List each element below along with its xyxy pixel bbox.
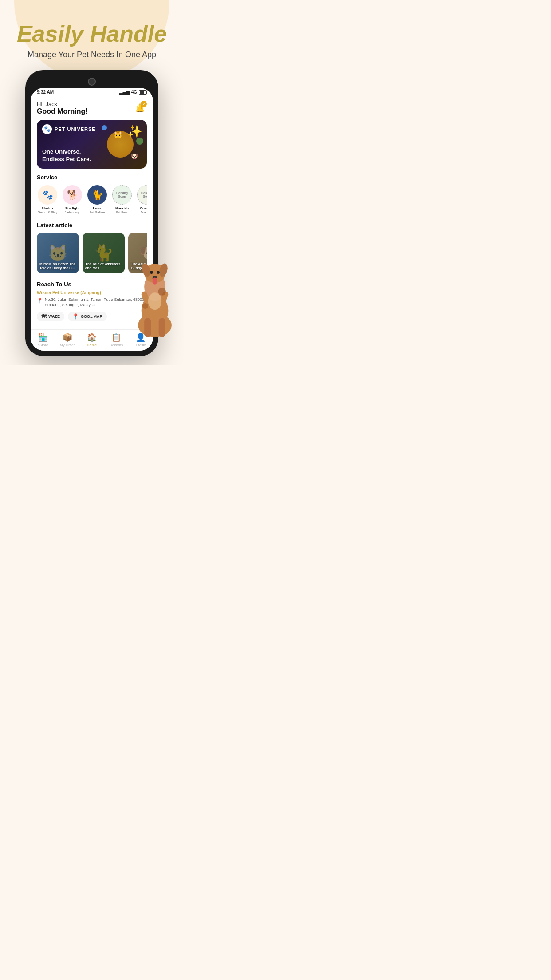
hero-subtitle: Manage Your Pet Needs In One App	[11, 50, 173, 59]
service-icon-starlight: 🐕	[63, 185, 82, 205]
estore-icon: 🏪	[38, 332, 48, 342]
notification-badge: 2	[141, 101, 147, 107]
greeting-row: Hi, Jack Good Morning! 🔔 2	[37, 101, 147, 115]
hero-title: Easily Handle	[11, 21, 173, 47]
service-item-luna[interactable]: 🐈 Luna Pet Gallery	[87, 185, 108, 214]
svg-point-9	[153, 278, 157, 285]
article-title-1: Miracle on Paws: The Tale of Lucky the C…	[39, 262, 76, 270]
phone-container: 9:32 AM ▂▄▆ 4G Hi, Jack	[0, 70, 184, 365]
waze-icon: 🗺	[41, 313, 47, 320]
status-icons: ▂▄▆ 4G	[119, 90, 147, 95]
time: 9:32 AM	[37, 90, 54, 95]
service-item-nourish[interactable]: ComingSoon Nourish Pet Food	[111, 185, 133, 214]
services-row: 🐾 Starlux Groom & Stay 🐕 Starlight Veter…	[37, 185, 147, 216]
services-section-title: Service	[37, 174, 147, 181]
nav-item-records[interactable]: 📋 Records	[105, 332, 127, 347]
hero-section: Easily Handle Manage Your Pet Needs In O…	[0, 0, 184, 70]
svg-point-16	[142, 303, 148, 309]
nav-item-home[interactable]: 🏠 Home	[81, 332, 103, 347]
camera-notch	[88, 78, 96, 86]
article-title-2: The Tale of Whiskers and Max	[85, 262, 122, 270]
svg-rect-12	[144, 318, 151, 337]
banner-logo-icon: 🐾	[42, 124, 52, 134]
google-maps-icon: 📍	[72, 313, 79, 320]
svg-point-7	[157, 271, 160, 274]
banner-astronaut-cat: 🐱	[114, 131, 122, 139]
nav-label-home: Home	[87, 343, 97, 347]
battery-icon	[139, 90, 147, 95]
service-name-nourish: Nourish	[115, 206, 129, 211]
article-card-1[interactable]: 🐱 Miracle on Paws: The Tale of Lucky the…	[37, 233, 79, 273]
myorder-icon: 📦	[63, 332, 72, 342]
service-icon-luna: 🐈	[87, 185, 107, 205]
nav-item-estore[interactable]: 🏪 eStore	[32, 332, 54, 347]
service-sub-starlight: Veterinary	[65, 211, 79, 214]
svg-point-6	[150, 271, 153, 274]
nav-label-records: Records	[110, 343, 123, 347]
service-sub-luna: Pet Gallery	[90, 211, 105, 214]
waze-label: WAZE	[48, 314, 60, 319]
service-sub-cosmos: Academy	[140, 211, 147, 214]
nav-label-myorder: My Order	[60, 343, 75, 347]
signal-icon: ▂▄▆	[119, 90, 130, 95]
google-maps-label: GOO...MAP	[81, 314, 102, 319]
phone-notch	[31, 75, 153, 88]
svg-point-14	[148, 292, 161, 310]
location-pin-icon: 📍	[37, 297, 43, 304]
nav-label-estore: eStore	[38, 343, 48, 347]
service-item-starlux[interactable]: 🐾 Starlux Groom & Stay	[37, 185, 58, 214]
service-item-starlight[interactable]: 🐕 Starlight Veterinary	[62, 185, 83, 214]
banner-logo-text: PET UNIVERSE	[55, 126, 96, 132]
waze-button[interactable]: 🗺 WAZE	[37, 312, 64, 321]
service-sub-nourish: Pet Food	[116, 211, 128, 214]
network-type: 4G	[131, 90, 137, 95]
banner-astronaut-dog: 🐶	[130, 153, 138, 160]
home-icon: 🏠	[87, 332, 97, 342]
svg-point-15	[158, 288, 166, 295]
service-icon-cosmos: ComingSoon	[137, 185, 147, 205]
banner-tagline: One Universe, Endless Pet Care.	[42, 148, 91, 163]
article-card-2[interactable]: 🐈 The Tale of Whiskers and Max	[83, 233, 125, 273]
service-icon-nourish: ComingSoon	[112, 185, 132, 205]
service-name-cosmos: Cosmos	[140, 206, 147, 211]
service-name-starlight: Starlight	[65, 206, 79, 211]
greeting-hi: Hi, Jack	[37, 101, 88, 107]
nav-item-myorder[interactable]: 📦 My Order	[56, 332, 79, 347]
planet-decoration-2	[136, 138, 143, 145]
status-bar: 9:32 AM ▂▄▆ 4G	[31, 88, 153, 96]
planet-decoration-1	[102, 125, 107, 130]
service-name-starlux: Starlux	[41, 206, 53, 211]
notification-bell-button[interactable]: 🔔 2	[133, 101, 147, 115]
articles-section-title: Latest article	[37, 222, 147, 229]
service-item-cosmos[interactable]: ComingSoon Cosmos Academy	[136, 185, 147, 214]
google-maps-button[interactable]: 📍 GOO...MAP	[68, 312, 107, 321]
greeting-text: Hi, Jack Good Morning!	[37, 101, 88, 115]
svg-rect-13	[159, 318, 165, 337]
service-icon-starlux: 🐾	[38, 185, 57, 205]
dog-decoration	[126, 243, 184, 347]
banner-logo: 🐾 PET UNIVERSE	[42, 124, 96, 134]
service-name-luna: Luna	[93, 206, 101, 211]
promo-banner[interactable]: 🐾 PET UNIVERSE One Universe, Endless Pet…	[37, 120, 147, 169]
greeting-morning: Good Morning!	[37, 107, 88, 115]
records-icon: 📋	[111, 332, 121, 342]
service-sub-starlux: Groom & Stay	[38, 211, 57, 214]
